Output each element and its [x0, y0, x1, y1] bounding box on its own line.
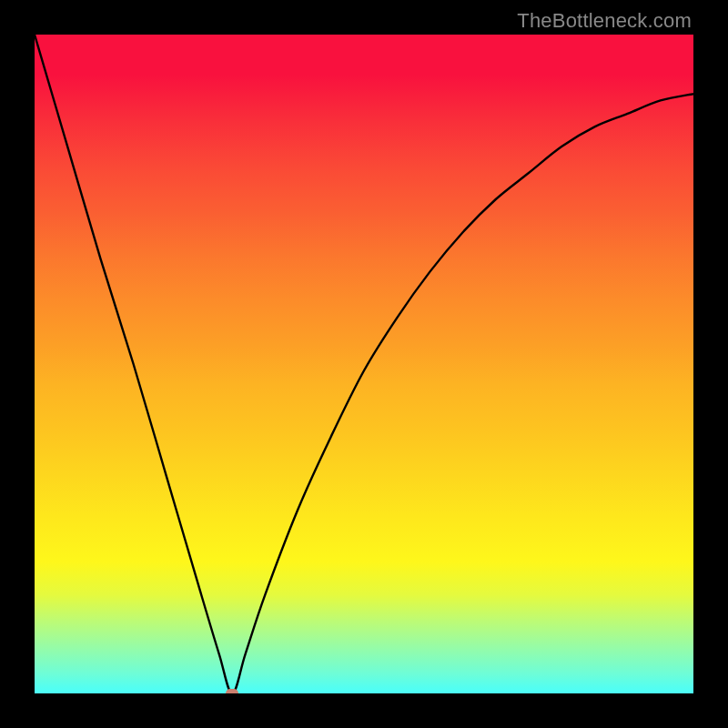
chart-frame: TheBottleneck.com: [0, 0, 728, 728]
bottleneck-curve: [35, 35, 693, 693]
plot-area: [35, 35, 693, 693]
minimum-marker: [226, 689, 238, 693]
watermark-text: TheBottleneck.com: [517, 9, 692, 33]
